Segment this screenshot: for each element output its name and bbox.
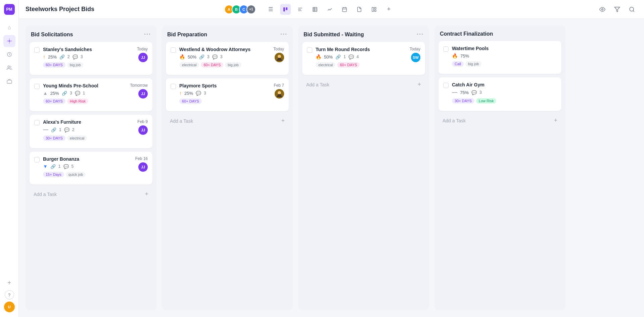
column-header: Bid Preparation ··· <box>162 26 293 42</box>
comment-icon: 💬 <box>349 54 354 60</box>
card-meta: — 75% 💬 3 <box>452 89 557 95</box>
add-icon: + <box>281 117 285 124</box>
chart-view-button[interactable] <box>324 4 335 15</box>
card-checkbox[interactable] <box>34 157 40 162</box>
svg-point-22 <box>630 7 634 11</box>
card-burger-bonanza[interactable]: Burger Bonanza ▼ 🔗 1 💬 5 15+ Days quick … <box>30 152 152 185</box>
card-tags: 30+ DAYS electrical <box>43 135 134 141</box>
priority-icon: 🔥 <box>452 53 458 58</box>
tag: 60+ DAYS <box>43 62 65 68</box>
card-assignee-sw: SW <box>411 53 420 62</box>
timeline-view-button[interactable] <box>295 4 306 15</box>
card-checkbox[interactable] <box>171 47 176 53</box>
tag: big job <box>67 62 83 68</box>
comment-count: 4 <box>357 54 359 59</box>
comment-count: 3 <box>204 91 206 95</box>
add-view-button[interactable]: + <box>383 4 394 15</box>
priority-icon: ↑ <box>43 54 45 60</box>
user-avatar[interactable]: U <box>3 301 15 313</box>
svg-line-23 <box>633 10 634 11</box>
tag: electrical <box>179 62 199 68</box>
svg-rect-3 <box>7 80 11 83</box>
comment-icon: 💬 <box>212 54 218 60</box>
card-title: Young Minds Pre-School <box>43 83 127 88</box>
svg-rect-26 <box>278 58 281 60</box>
link-icon: 🔗 <box>335 54 341 60</box>
card-checkbox[interactable] <box>34 47 40 53</box>
card-checkbox[interactable] <box>443 83 449 88</box>
filter-button[interactable] <box>612 4 623 15</box>
card-checkbox[interactable] <box>307 47 312 53</box>
link-icon: 🔗 <box>51 127 56 132</box>
column-body: Stanley's Sandwiches ↑ 25% 🔗 2 💬 3 60+ D… <box>26 42 156 204</box>
search-button[interactable] <box>627 4 637 15</box>
card-westlend[interactable]: Westlend & Woodrow Attorneys 🔥 50% 🔗 3 💬… <box>166 42 289 75</box>
priority-pct: 25% <box>50 91 59 96</box>
column-bid-preparation: Bid Preparation ··· Westlend & Woodrow A… <box>162 26 293 310</box>
avatar-more[interactable]: +1 <box>246 5 256 14</box>
svg-point-20 <box>602 8 603 10</box>
add-icon: + <box>417 81 421 88</box>
add-task-button-col2[interactable]: Add a Task + <box>166 115 289 127</box>
tag: 30+ DAYS <box>43 135 65 141</box>
svg-point-25 <box>278 55 281 58</box>
card-watertime-pools[interactable]: Watertime Pools 🔥 75% Call big job <box>439 41 561 74</box>
card-tags: electrical 60+ DAYS <box>316 62 406 68</box>
card-checkbox[interactable] <box>443 46 449 52</box>
column-header: Contract Finalization <box>434 26 565 41</box>
add-task-label: Add a Task <box>170 118 193 124</box>
clock-icon[interactable] <box>3 48 15 61</box>
notification-icon[interactable] <box>3 35 15 47</box>
calendar-view-button[interactable] <box>339 4 350 15</box>
tag: 15+ Days <box>43 172 64 177</box>
file-view-button[interactable] <box>354 4 365 15</box>
card-playmore[interactable]: Playmore Sports ↑ 25% 💬 3 60+ DAYS <box>166 78 289 111</box>
list-view-button[interactable]: ☰ <box>265 4 276 15</box>
panel-view-button[interactable] <box>369 4 379 15</box>
eye-button[interactable] <box>597 4 608 15</box>
card-checkbox[interactable] <box>34 120 40 125</box>
add-icon[interactable]: + <box>3 277 15 289</box>
add-task-button-col3[interactable]: Add a Task + <box>302 78 425 91</box>
card-title: Watertime Pools <box>452 46 557 51</box>
tag: 60+ DAYS <box>201 62 223 68</box>
add-task-button-col1[interactable]: Add a Task + <box>30 188 152 200</box>
briefcase-icon[interactable] <box>3 75 15 87</box>
card-tags: 30+ DAYS Low Risk <box>452 98 557 104</box>
comment-count: 1 <box>83 91 85 95</box>
card-meta: 🔥 50% 🔗 3 💬 3 <box>179 54 270 60</box>
table-view-button[interactable] <box>310 4 320 15</box>
column-menu-button[interactable]: ··· <box>417 31 424 38</box>
card-turn-me-round[interactable]: Turn Me Round Records 🔥 50% 🔗 1 💬 4 elec <box>302 42 425 75</box>
card-meta: ↑ 25% 🔗 2 💬 3 <box>43 54 134 60</box>
svg-point-28 <box>278 91 281 94</box>
add-task-label: Add a Task <box>443 118 466 123</box>
column-bid-submitted: Bid Submitted - Waiting ··· Turn Me Roun… <box>298 26 429 310</box>
users-icon[interactable] <box>3 62 15 74</box>
card-date: Feb 9 <box>137 119 148 124</box>
card-meta: ▼ 🔗 1 💬 5 <box>43 164 132 169</box>
card-date: Today <box>137 47 148 51</box>
card-catch-air-gym[interactable]: Catch Air Gym — 75% 💬 3 30+ DAYS Low Ris… <box>439 77 561 111</box>
card-tags: 60+ DAYS big job <box>43 62 134 68</box>
board-view-button[interactable] <box>280 4 291 15</box>
card-young-minds[interactable]: Young Minds Pre-School ▲ 25% 🔗 3 💬 1 60+ <box>30 78 152 111</box>
add-task-button-col4[interactable]: Add a Task + <box>439 114 561 127</box>
card-checkbox[interactable] <box>34 84 40 89</box>
tag-low-risk: Low Risk <box>476 98 497 104</box>
card-checkbox[interactable] <box>171 84 176 89</box>
app-logo[interactable]: PM <box>4 4 15 15</box>
card-title: Burger Bonanza <box>43 156 132 162</box>
card-title: Catch Air Gym <box>452 82 557 87</box>
home-icon[interactable]: ⌂ <box>3 22 15 34</box>
card-tags: 60+ DAYS <box>179 98 270 104</box>
card-alexas[interactable]: Alexa's Furniture — 🔗 1 💬 2 30+ DAYS ele… <box>30 115 152 148</box>
tag: 30+ DAYS <box>452 98 474 104</box>
column-menu-button[interactable]: ··· <box>144 31 151 38</box>
help-icon[interactable]: ? <box>5 290 14 300</box>
column-menu-button[interactable]: ··· <box>280 31 287 38</box>
card-stanleys[interactable]: Stanley's Sandwiches ↑ 25% 🔗 2 💬 3 60+ D… <box>30 42 152 75</box>
card-meta: 🔥 50% 🔗 1 💬 4 <box>316 54 406 60</box>
tag: quick job <box>66 172 86 177</box>
tag: electrical <box>316 62 335 68</box>
